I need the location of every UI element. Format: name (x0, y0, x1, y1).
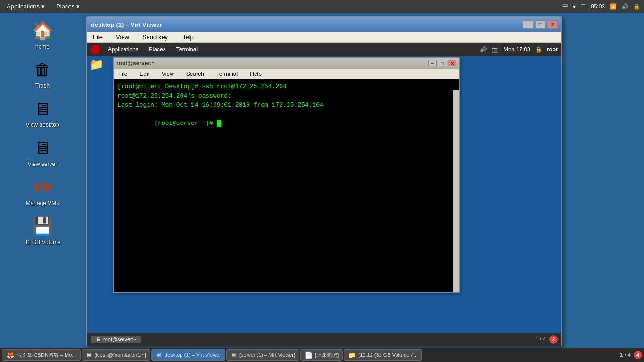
firefox-icon: 🦊 (6, 351, 14, 359)
31gb-label: 31 GB Volume (24, 239, 60, 246)
topbar-right: 中 ▾ 二 05:03 📶 🔊 🔒 (562, 2, 640, 10)
virt-viewer-menubar: File View Send key Help (87, 32, 561, 43)
terminal-tab-icon: 🖥 (96, 337, 101, 342)
input-mode: 二 (580, 2, 586, 10)
taskbar-item-firefox[interactable]: 🦊 写文章-CSDN博客 – Mo... (2, 349, 81, 361)
volume-icon: 🔊 (621, 3, 628, 10)
terminal-bottom-bar: 🖥 root@server:~ 1 / 4 2 (87, 333, 561, 346)
taskbar-page-indicator: 1 / 4 (620, 352, 631, 358)
terminal-tab-label: root@server:~ (103, 337, 136, 342)
taskbar-notes-label: [上课笔记] (315, 352, 339, 359)
manage-vms-icon: VM (31, 176, 54, 198)
folder-icon: 📁 (90, 58, 104, 71)
taskbar-item-desktop-virt[interactable]: 🖥 desktop (1) – Virt Viewer (151, 349, 225, 361)
kiosk-icon: 🖥 (86, 351, 92, 359)
guest-user: root (547, 46, 558, 53)
taskbar-item-notes[interactable]: 📄 [上课笔记] (300, 349, 343, 361)
view-server-label: View server (28, 161, 57, 167)
view-desktop-label: View desktop (25, 122, 59, 128)
terminal-cursor (217, 120, 221, 127)
guest-terminal-menu[interactable]: Terminal (173, 45, 200, 54)
time-display: 05:03 (591, 3, 605, 10)
terminal-scrollbar[interactable] (453, 90, 459, 292)
terminal-maximize-button[interactable]: □ (438, 60, 446, 66)
desktop-icon-31gb-volume[interactable]: 💾 31 GB Volume (21, 213, 64, 247)
virt-viewer-minimize-button[interactable]: – (523, 20, 533, 29)
term-menu-file[interactable]: File (116, 70, 130, 78)
term-menu-edit[interactable]: Edit (137, 70, 152, 78)
terminal-page-indicator: 1 / 4 (536, 337, 545, 342)
virt-viewer-maximize-button[interactable]: □ (535, 20, 545, 29)
guest-topbar-right: 🔊 📷 Mon 17:03 🔒 root (480, 46, 558, 53)
guest-topbar-left: Applications Places Terminal (91, 45, 200, 54)
places-menu[interactable]: Places ▾ (53, 0, 83, 13)
term-menu-help[interactable]: Help (247, 70, 264, 78)
desktop-virt-icon: 🖥 (156, 351, 162, 359)
taskbar-desktop-virt-label: desktop (1) – Virt Viewer (165, 352, 221, 358)
taskbar-item-server-virt[interactable]: 🖥 [server (1) – Virt Viewer] (226, 349, 299, 361)
guest-screenshot-icon: 📷 (492, 46, 499, 53)
term-menu-search[interactable]: Search (183, 70, 207, 78)
virt-viewer-window: desktop (1) – Virt Viewer – □ ✕ File Vie… (86, 16, 562, 346)
trash-label: Trash (35, 82, 50, 89)
terminal-title: root@server:~ (116, 60, 155, 66)
terminal-line-3: Last login: Mon Oct 14 16:39:01 2019 fro… (117, 100, 455, 110)
desktop: 🏠 home 🗑 Trash 🖥 View desktop 🖥 View ser… (0, 13, 85, 348)
terminal-menubar: File Edit View Search Terminal Help (114, 69, 459, 79)
chevron-lang-icon: ▾ (573, 3, 576, 10)
terminal-close-button[interactable]: ✕ (448, 60, 456, 66)
trash-icon: 🗑 (31, 58, 54, 81)
taskbar-item-kiosk[interactable]: 🖥 [kiosk@foundation1:~] (82, 349, 150, 361)
virt-viewer-title: desktop (1) – Virt Viewer (91, 21, 162, 28)
taskbar-item-io12[interactable]: 📁 [10.12 (31 GB Volume /i... (344, 349, 422, 361)
terminal-titlebar: root@server:~ – □ ✕ (114, 58, 459, 69)
desktop-icon-manage-vms[interactable]: VM Manage VMs (21, 174, 64, 208)
taskbar-server-virt-label: [server (1) – Virt Viewer] (239, 352, 295, 358)
terminal-line-4: [root@server ~]# (117, 110, 455, 138)
taskbar: 🦊 写文章-CSDN博客 – Mo... 🖥 [kiosk@foundation… (0, 348, 644, 362)
home-label: home (35, 43, 50, 50)
apps-chevron-icon: ▾ (41, 3, 45, 10)
terminal-content[interactable]: [root@client Desktop]# ssh root@172.25.2… (114, 79, 459, 292)
lang-indicator: 中 (562, 2, 568, 10)
virt-viewer-menu-file[interactable]: File (90, 33, 106, 41)
terminal-minimize-button[interactable]: – (428, 60, 437, 66)
term-menu-terminal[interactable]: Terminal (214, 70, 240, 78)
guest-applications-menu[interactable]: Applications (105, 45, 141, 54)
guest-power-icon: 🔒 (535, 46, 542, 53)
manage-vms-label: Manage VMs (26, 200, 59, 206)
power-icon: 🔒 (633, 3, 640, 10)
guest-topbar: Applications Places Terminal 🔊 📷 Mon 17:… (87, 43, 561, 56)
virt-viewer-close-button[interactable]: ✕ (547, 20, 558, 29)
view-desktop-icon: 🖥 (31, 98, 54, 120)
notes-icon: 📄 (305, 351, 313, 359)
virt-viewer-menu-help[interactable]: Help (178, 33, 197, 41)
taskbar-page-badge: 4 (634, 351, 642, 359)
guest-time: Mon 17:03 (504, 46, 530, 53)
taskbar-kiosk-label: [kiosk@foundation1:~] (95, 352, 146, 358)
wifi-icon: 📶 (610, 3, 617, 10)
places-label: Places (56, 3, 74, 10)
vm-display-area[interactable]: Applications Places Terminal 🔊 📷 Mon 17:… (87, 43, 561, 346)
terminal-window-controls: – □ ✕ (428, 60, 456, 66)
desktop-icon-home[interactable]: 🏠 home (21, 17, 64, 52)
view-server-icon: 🖥 (31, 137, 54, 159)
term-menu-view[interactable]: View (159, 70, 177, 78)
terminal-tab[interactable]: 🖥 root@server:~ (91, 336, 141, 343)
terminal-window: root@server:~ – □ ✕ File Edit View (113, 57, 460, 293)
system-topbar: Applications ▾ Places ▾ 中 ▾ 二 05:03 📶 🔊 … (0, 0, 644, 13)
desktop-icon-view-server[interactable]: 🖥 View server (21, 135, 64, 169)
applications-menu[interactable]: Applications ▾ (4, 0, 48, 13)
desktop-icon-trash[interactable]: 🗑 Trash (21, 57, 64, 91)
server-virt-icon: 🖥 (231, 351, 237, 359)
terminal-badge: 2 (549, 335, 558, 344)
desktop-icon-view-desktop[interactable]: 🖥 View desktop (21, 96, 64, 130)
topbar-left: Applications ▾ Places ▾ (4, 0, 83, 13)
taskbar-right: 1 / 4 4 (620, 351, 642, 359)
io12-icon: 📁 (348, 351, 356, 359)
virt-viewer-menu-view[interactable]: View (113, 33, 132, 41)
guest-places-menu[interactable]: Places (146, 45, 169, 54)
virt-viewer-menu-sendkey[interactable]: Send key (140, 33, 171, 41)
terminal-line-1: [root@client Desktop]# ssh root@172.25.2… (117, 82, 455, 91)
guest-volume-icon: 🔊 (480, 46, 487, 53)
